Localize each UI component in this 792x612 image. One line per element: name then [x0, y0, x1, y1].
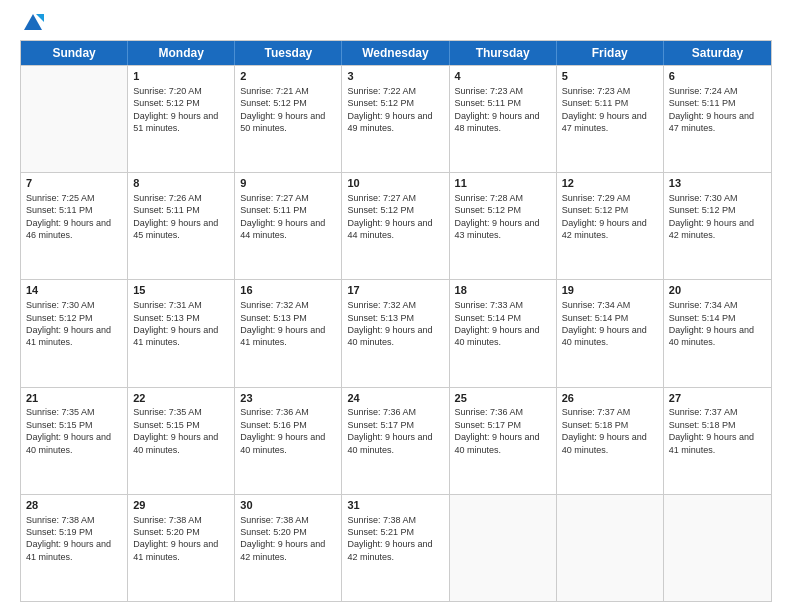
table-row: 21Sunrise: 7:35 AM Sunset: 5:15 PM Dayli… [21, 388, 128, 494]
cell-info: Sunrise: 7:32 AM Sunset: 5:13 PM Dayligh… [240, 299, 336, 349]
table-row: 5Sunrise: 7:23 AM Sunset: 5:11 PM Daylig… [557, 66, 664, 172]
calendar: SundayMondayTuesdayWednesdayThursdayFrid… [20, 40, 772, 602]
cell-info: Sunrise: 7:35 AM Sunset: 5:15 PM Dayligh… [26, 406, 122, 456]
table-row: 16Sunrise: 7:32 AM Sunset: 5:13 PM Dayli… [235, 280, 342, 386]
table-row: 29Sunrise: 7:38 AM Sunset: 5:20 PM Dayli… [128, 495, 235, 601]
header-day-wednesday: Wednesday [342, 41, 449, 65]
day-number: 30 [240, 498, 336, 513]
cell-info: Sunrise: 7:25 AM Sunset: 5:11 PM Dayligh… [26, 192, 122, 242]
table-row: 13Sunrise: 7:30 AM Sunset: 5:12 PM Dayli… [664, 173, 771, 279]
logo [20, 16, 44, 34]
cell-info: Sunrise: 7:36 AM Sunset: 5:17 PM Dayligh… [455, 406, 551, 456]
table-row: 3Sunrise: 7:22 AM Sunset: 5:12 PM Daylig… [342, 66, 449, 172]
table-row: 25Sunrise: 7:36 AM Sunset: 5:17 PM Dayli… [450, 388, 557, 494]
header [20, 16, 772, 34]
table-row: 12Sunrise: 7:29 AM Sunset: 5:12 PM Dayli… [557, 173, 664, 279]
table-row [557, 495, 664, 601]
day-number: 15 [133, 283, 229, 298]
cell-info: Sunrise: 7:23 AM Sunset: 5:11 PM Dayligh… [562, 85, 658, 135]
cell-info: Sunrise: 7:29 AM Sunset: 5:12 PM Dayligh… [562, 192, 658, 242]
calendar-week-1: 1Sunrise: 7:20 AM Sunset: 5:12 PM Daylig… [21, 65, 771, 172]
day-number: 22 [133, 391, 229, 406]
table-row: 10Sunrise: 7:27 AM Sunset: 5:12 PM Dayli… [342, 173, 449, 279]
cell-info: Sunrise: 7:35 AM Sunset: 5:15 PM Dayligh… [133, 406, 229, 456]
cell-info: Sunrise: 7:32 AM Sunset: 5:13 PM Dayligh… [347, 299, 443, 349]
table-row: 9Sunrise: 7:27 AM Sunset: 5:11 PM Daylig… [235, 173, 342, 279]
table-row: 31Sunrise: 7:38 AM Sunset: 5:21 PM Dayli… [342, 495, 449, 601]
cell-info: Sunrise: 7:30 AM Sunset: 5:12 PM Dayligh… [26, 299, 122, 349]
table-row: 27Sunrise: 7:37 AM Sunset: 5:18 PM Dayli… [664, 388, 771, 494]
table-row: 18Sunrise: 7:33 AM Sunset: 5:14 PM Dayli… [450, 280, 557, 386]
cell-info: Sunrise: 7:30 AM Sunset: 5:12 PM Dayligh… [669, 192, 766, 242]
cell-info: Sunrise: 7:36 AM Sunset: 5:17 PM Dayligh… [347, 406, 443, 456]
day-number: 20 [669, 283, 766, 298]
day-number: 9 [240, 176, 336, 191]
table-row: 28Sunrise: 7:38 AM Sunset: 5:19 PM Dayli… [21, 495, 128, 601]
cell-info: Sunrise: 7:37 AM Sunset: 5:18 PM Dayligh… [562, 406, 658, 456]
cell-info: Sunrise: 7:38 AM Sunset: 5:21 PM Dayligh… [347, 514, 443, 564]
day-number: 24 [347, 391, 443, 406]
day-number: 29 [133, 498, 229, 513]
cell-info: Sunrise: 7:38 AM Sunset: 5:19 PM Dayligh… [26, 514, 122, 564]
day-number: 1 [133, 69, 229, 84]
day-number: 11 [455, 176, 551, 191]
calendar-week-5: 28Sunrise: 7:38 AM Sunset: 5:19 PM Dayli… [21, 494, 771, 601]
calendar-week-3: 14Sunrise: 7:30 AM Sunset: 5:12 PM Dayli… [21, 279, 771, 386]
calendar-body: 1Sunrise: 7:20 AM Sunset: 5:12 PM Daylig… [21, 65, 771, 601]
table-row [664, 495, 771, 601]
table-row: 15Sunrise: 7:31 AM Sunset: 5:13 PM Dayli… [128, 280, 235, 386]
cell-info: Sunrise: 7:36 AM Sunset: 5:16 PM Dayligh… [240, 406, 336, 456]
table-row [21, 66, 128, 172]
day-number: 27 [669, 391, 766, 406]
table-row: 19Sunrise: 7:34 AM Sunset: 5:14 PM Dayli… [557, 280, 664, 386]
cell-info: Sunrise: 7:27 AM Sunset: 5:12 PM Dayligh… [347, 192, 443, 242]
table-row [450, 495, 557, 601]
header-day-tuesday: Tuesday [235, 41, 342, 65]
day-number: 31 [347, 498, 443, 513]
table-row: 7Sunrise: 7:25 AM Sunset: 5:11 PM Daylig… [21, 173, 128, 279]
header-day-friday: Friday [557, 41, 664, 65]
header-day-thursday: Thursday [450, 41, 557, 65]
cell-info: Sunrise: 7:33 AM Sunset: 5:14 PM Dayligh… [455, 299, 551, 349]
day-number: 14 [26, 283, 122, 298]
header-day-monday: Monday [128, 41, 235, 65]
calendar-header: SundayMondayTuesdayWednesdayThursdayFrid… [21, 41, 771, 65]
table-row: 8Sunrise: 7:26 AM Sunset: 5:11 PM Daylig… [128, 173, 235, 279]
table-row: 26Sunrise: 7:37 AM Sunset: 5:18 PM Dayli… [557, 388, 664, 494]
day-number: 10 [347, 176, 443, 191]
day-number: 28 [26, 498, 122, 513]
table-row: 22Sunrise: 7:35 AM Sunset: 5:15 PM Dayli… [128, 388, 235, 494]
day-number: 12 [562, 176, 658, 191]
table-row: 30Sunrise: 7:38 AM Sunset: 5:20 PM Dayli… [235, 495, 342, 601]
logo-icon [22, 12, 44, 34]
day-number: 13 [669, 176, 766, 191]
cell-info: Sunrise: 7:21 AM Sunset: 5:12 PM Dayligh… [240, 85, 336, 135]
day-number: 17 [347, 283, 443, 298]
day-number: 19 [562, 283, 658, 298]
cell-info: Sunrise: 7:23 AM Sunset: 5:11 PM Dayligh… [455, 85, 551, 135]
day-number: 3 [347, 69, 443, 84]
day-number: 7 [26, 176, 122, 191]
day-number: 8 [133, 176, 229, 191]
cell-info: Sunrise: 7:37 AM Sunset: 5:18 PM Dayligh… [669, 406, 766, 456]
cell-info: Sunrise: 7:26 AM Sunset: 5:11 PM Dayligh… [133, 192, 229, 242]
page: SundayMondayTuesdayWednesdayThursdayFrid… [0, 0, 792, 612]
header-day-sunday: Sunday [21, 41, 128, 65]
header-day-saturday: Saturday [664, 41, 771, 65]
cell-info: Sunrise: 7:20 AM Sunset: 5:12 PM Dayligh… [133, 85, 229, 135]
table-row: 24Sunrise: 7:36 AM Sunset: 5:17 PM Dayli… [342, 388, 449, 494]
calendar-week-2: 7Sunrise: 7:25 AM Sunset: 5:11 PM Daylig… [21, 172, 771, 279]
day-number: 25 [455, 391, 551, 406]
day-number: 5 [562, 69, 658, 84]
table-row: 20Sunrise: 7:34 AM Sunset: 5:14 PM Dayli… [664, 280, 771, 386]
cell-info: Sunrise: 7:38 AM Sunset: 5:20 PM Dayligh… [133, 514, 229, 564]
day-number: 18 [455, 283, 551, 298]
cell-info: Sunrise: 7:28 AM Sunset: 5:12 PM Dayligh… [455, 192, 551, 242]
day-number: 16 [240, 283, 336, 298]
svg-marker-1 [36, 14, 44, 22]
day-number: 2 [240, 69, 336, 84]
cell-info: Sunrise: 7:22 AM Sunset: 5:12 PM Dayligh… [347, 85, 443, 135]
table-row: 17Sunrise: 7:32 AM Sunset: 5:13 PM Dayli… [342, 280, 449, 386]
table-row: 14Sunrise: 7:30 AM Sunset: 5:12 PM Dayli… [21, 280, 128, 386]
table-row: 23Sunrise: 7:36 AM Sunset: 5:16 PM Dayli… [235, 388, 342, 494]
